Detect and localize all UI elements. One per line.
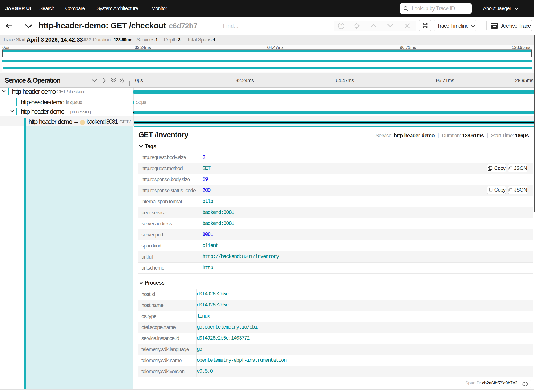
svg-text:?: ? bbox=[340, 24, 342, 28]
